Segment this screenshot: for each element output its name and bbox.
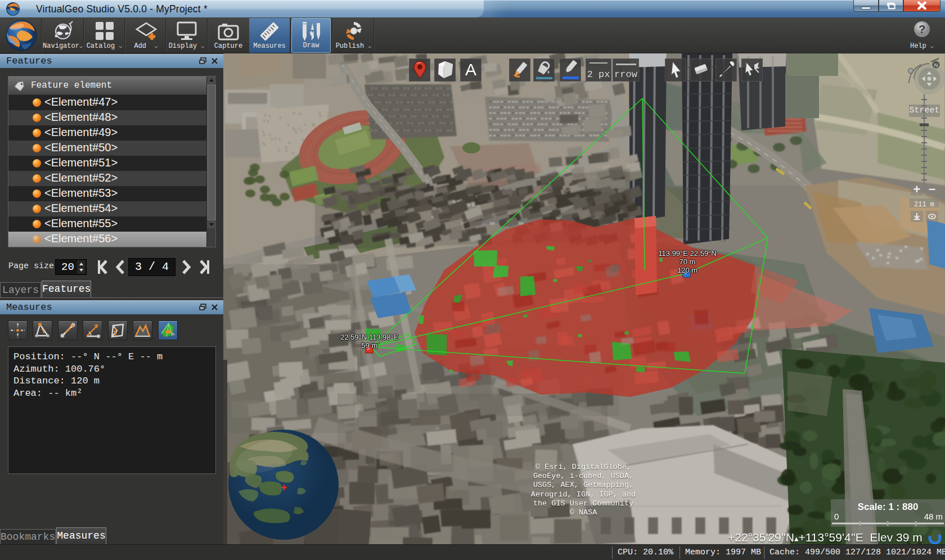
svg-text:N: N [934,62,938,68]
svg-text:?: ? [919,23,925,35]
